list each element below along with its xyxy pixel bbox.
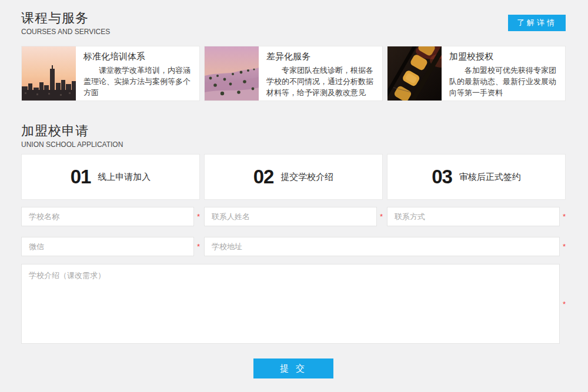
page: 课程与服务 COURSES AND SERVICES 了解详情	[0, 0, 588, 378]
step-number: 02	[253, 166, 274, 188]
card-title: 加盟校授权	[449, 51, 559, 62]
detail-button[interactable]: 了解详情	[508, 15, 566, 31]
step-number: 01	[71, 166, 91, 188]
card-body: 加盟校授权 各加盟校可优先获得专家团队的最新动态、最新行业发展动向等第一手资料	[442, 46, 565, 100]
wechat-field: *	[21, 237, 200, 256]
school-intro-textarea[interactable]	[21, 264, 560, 344]
card-title: 标准化培训体系	[83, 51, 193, 62]
form-row-1: * * *	[21, 207, 566, 226]
application-subtitle: UNION SCHOOL APPLICATION	[21, 140, 123, 149]
school-address-input[interactable]	[204, 237, 560, 256]
school-name-input[interactable]	[21, 207, 194, 226]
step-number: 03	[432, 166, 452, 188]
step-label: 提交学校介绍	[280, 172, 333, 183]
step-label: 审核后正式签约	[459, 172, 521, 183]
required-marker: *	[560, 213, 566, 220]
courses-section-header: 课程与服务 COURSES AND SERVICES 了解详情	[21, 9, 566, 36]
contact-name-field: *	[204, 207, 383, 226]
courses-title-block: 课程与服务 COURSES AND SERVICES	[21, 9, 110, 36]
application-form: * * * * * * 提交	[21, 207, 566, 378]
application-title: 加盟校申请	[21, 122, 123, 140]
required-marker: *	[560, 243, 566, 250]
card-description: 专家团队在线诊断，根据各学校的不同情况，通过分析数据材料等，给予评测及教改意见	[266, 65, 376, 99]
school-name-field: *	[21, 207, 200, 226]
card-description: 各加盟校可优先获得专家团队的最新动态、最新行业发展动向等第一手资料	[449, 65, 559, 99]
card-body: 差异化服务 专家团队在线诊断，根据各学校的不同情况，通过分析数据材料等，给予评测…	[259, 46, 382, 100]
card-standardized-training: 标准化培训体系 课堂教学改革培训，内容涵盖理论、实操方法与案例等多个方面	[21, 46, 200, 101]
courses-subtitle: COURSES AND SERVICES	[21, 27, 110, 36]
required-marker: *	[377, 213, 383, 220]
card-description: 课堂教学改革培训，内容涵盖理论、实操方法与案例等多个方面	[83, 65, 193, 99]
card-franchise-authorization: 加盟校授权 各加盟校可优先获得专家团队的最新动态、最新行业发展动向等第一手资料	[387, 46, 566, 101]
step-label: 线上申请加入	[98, 172, 151, 183]
application-section-header: 加盟校申请 UNION SCHOOL APPLICATION	[21, 122, 566, 149]
form-row-2: * *	[21, 237, 566, 256]
wechat-input[interactable]	[21, 237, 194, 256]
course-cards: 标准化培训体系 课堂教学改革培训，内容涵盖理论、实操方法与案例等多个方面	[21, 46, 566, 101]
desert-image	[205, 46, 259, 100]
contact-phone-input[interactable]	[387, 207, 560, 226]
required-marker: *	[194, 213, 200, 220]
school-address-field: *	[204, 237, 566, 256]
card-title: 差异化服务	[266, 51, 376, 62]
required-marker: *	[560, 300, 566, 308]
card-body: 标准化培训体系 课堂教学改革培训，内容涵盖理论、实操方法与案例等多个方面	[76, 46, 199, 100]
application-title-block: 加盟校申请 UNION SCHOOL APPLICATION	[21, 122, 123, 149]
city-skyline-image	[22, 46, 76, 100]
step-3: 03 审核后正式签约	[387, 154, 566, 200]
application-steps: 01 线上申请加入 02 提交学校介绍 03 审核后正式签约	[21, 154, 566, 200]
step-2: 02 提交学校介绍	[204, 154, 383, 200]
school-intro-field: *	[21, 264, 566, 344]
card-differentiated-service: 差异化服务 专家团队在线诊断，根据各学校的不同情况，通过分析数据材料等，给予评测…	[204, 46, 383, 101]
contact-phone-field: *	[387, 207, 566, 226]
step-1: 01 线上申请加入	[21, 154, 200, 200]
film-strip-image	[387, 46, 442, 100]
contact-name-input[interactable]	[204, 207, 377, 226]
courses-title: 课程与服务	[21, 9, 110, 27]
submit-row: 提交	[21, 359, 566, 378]
required-marker: *	[194, 243, 200, 250]
submit-button[interactable]: 提交	[253, 359, 333, 378]
